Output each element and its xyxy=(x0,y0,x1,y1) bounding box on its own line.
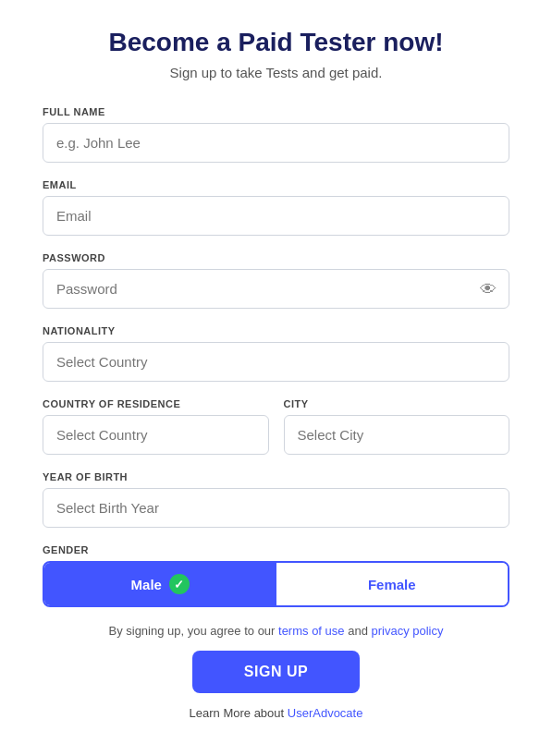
privacy-link[interactable]: privacy policy xyxy=(371,624,443,638)
city-input[interactable] xyxy=(284,415,510,455)
city-label: CITY xyxy=(284,398,510,409)
full-name-input[interactable] xyxy=(43,123,509,163)
country-of-residence-group: COUNTRY OF RESIDENCE xyxy=(43,398,269,455)
email-group: EMAIL xyxy=(43,179,509,236)
page-container: Become a Paid Tester now! Sign up to tak… xyxy=(0,0,552,748)
nationality-label: NATIONALITY xyxy=(43,325,509,336)
terms-before-text: By signing up, you agree to our xyxy=(108,624,278,638)
terms-text: By signing up, you agree to our terms of… xyxy=(43,624,509,638)
signup-form: FULL NAME EMAIL PASSWORD 👁 NATIONALITY C… xyxy=(43,106,509,720)
email-label: EMAIL xyxy=(43,179,509,190)
year-of-birth-group: YEAR OF BIRTH xyxy=(43,471,509,528)
signup-button[interactable]: SIGN UP xyxy=(192,651,360,693)
learn-more-text: Learn More about UserAdvocate xyxy=(43,706,509,720)
learn-more-label: Learn More about xyxy=(190,706,288,720)
full-name-group: FULL NAME xyxy=(43,106,509,163)
password-wrapper: 👁 xyxy=(43,269,509,309)
useradvocate-link[interactable]: UserAdvocate xyxy=(288,706,363,720)
page-subtitle: Sign up to take Tests and get paid. xyxy=(43,65,509,80)
nationality-input[interactable] xyxy=(43,342,509,382)
gender-male-label: Male xyxy=(131,577,162,592)
nationality-group: NATIONALITY xyxy=(43,325,509,382)
residence-city-row: COUNTRY OF RESIDENCE CITY xyxy=(43,398,509,471)
gender-female-option[interactable]: Female xyxy=(276,563,509,605)
gender-group: GENDER Male ✓ Female xyxy=(43,544,509,607)
terms-link[interactable]: terms of use xyxy=(278,624,345,638)
male-check-icon: ✓ xyxy=(169,574,190,594)
country-of-residence-input[interactable] xyxy=(43,415,269,455)
password-input[interactable] xyxy=(43,269,509,309)
country-of-residence-label: COUNTRY OF RESIDENCE xyxy=(43,398,269,409)
year-of-birth-input[interactable] xyxy=(43,488,509,528)
terms-middle-text: and xyxy=(345,624,372,638)
gender-toggle: Male ✓ Female xyxy=(43,561,509,607)
email-input[interactable] xyxy=(43,196,509,236)
password-group: PASSWORD 👁 xyxy=(43,252,509,309)
full-name-label: FULL NAME xyxy=(43,106,509,117)
password-label: PASSWORD xyxy=(43,252,509,263)
gender-male-option[interactable]: Male ✓ xyxy=(44,563,276,605)
gender-label: GENDER xyxy=(43,544,509,555)
gender-female-label: Female xyxy=(368,577,416,592)
eye-icon[interactable]: 👁 xyxy=(480,279,497,299)
city-group: CITY xyxy=(284,398,510,455)
year-of-birth-label: YEAR OF BIRTH xyxy=(43,471,509,482)
page-title: Become a Paid Tester now! xyxy=(43,28,509,57)
